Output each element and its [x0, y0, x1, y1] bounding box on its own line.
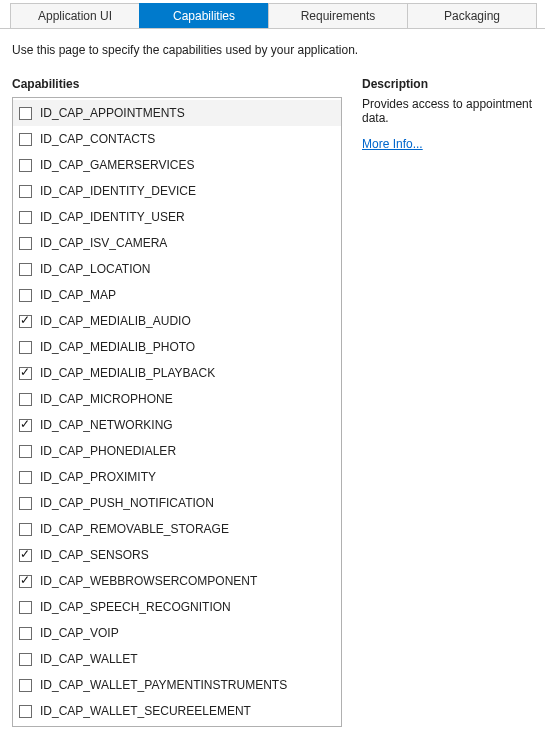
capability-row[interactable]: ID_CAP_WEBBROWSERCOMPONENT	[13, 568, 341, 594]
capability-checkbox[interactable]	[19, 575, 32, 588]
tab-application-ui[interactable]: Application UI	[10, 3, 140, 28]
capability-label: ID_CAP_CONTACTS	[40, 132, 155, 146]
capability-label: ID_CAP_SPEECH_RECOGNITION	[40, 600, 231, 614]
capability-checkbox[interactable]	[19, 653, 32, 666]
intro-text: Use this page to specify the capabilitie…	[12, 43, 533, 57]
description-title: Description	[362, 77, 533, 91]
capability-checkbox[interactable]	[19, 601, 32, 614]
capability-checkbox[interactable]	[19, 679, 32, 692]
more-info-link[interactable]: More Info...	[362, 137, 423, 151]
capability-checkbox[interactable]	[19, 497, 32, 510]
capability-checkbox[interactable]	[19, 133, 32, 146]
capability-label: ID_CAP_PHONEDIALER	[40, 444, 176, 458]
capability-row[interactable]: ID_CAP_PUSH_NOTIFICATION	[13, 490, 341, 516]
tab-capabilities[interactable]: Capabilities	[139, 3, 269, 28]
capability-row[interactable]: ID_CAP_APPOINTMENTS	[13, 100, 341, 126]
capability-label: ID_CAP_VOIP	[40, 626, 119, 640]
capability-label: ID_CAP_GAMERSERVICES	[40, 158, 195, 172]
capability-row[interactable]: ID_CAP_LOCATION	[13, 256, 341, 282]
description-column: Description Provides access to appointme…	[362, 77, 533, 727]
capability-row[interactable]: ID_CAP_SENSORS	[13, 542, 341, 568]
description-text: Provides access to appointment data.	[362, 97, 533, 125]
capability-checkbox[interactable]	[19, 211, 32, 224]
capability-label: ID_CAP_PUSH_NOTIFICATION	[40, 496, 214, 510]
capability-label: ID_CAP_MEDIALIB_AUDIO	[40, 314, 191, 328]
capability-label: ID_CAP_ISV_CAMERA	[40, 236, 167, 250]
capability-checkbox[interactable]	[19, 471, 32, 484]
capabilities-listbox[interactable]: ID_CAP_APPOINTMENTSID_CAP_CONTACTSID_CAP…	[12, 97, 342, 727]
columns: Capabilities ID_CAP_APPOINTMENTSID_CAP_C…	[12, 77, 533, 727]
capability-row[interactable]: ID_CAP_WALLET_SECUREELEMENT	[13, 698, 341, 724]
capability-row[interactable]: ID_CAP_PHONEDIALER	[13, 438, 341, 464]
capabilities-column: Capabilities ID_CAP_APPOINTMENTSID_CAP_C…	[12, 77, 342, 727]
capability-label: ID_CAP_PROXIMITY	[40, 470, 156, 484]
tab-strip: Application UICapabilitiesRequirementsPa…	[0, 3, 545, 29]
capability-row[interactable]: ID_CAP_PROXIMITY	[13, 464, 341, 490]
capability-row[interactable]: ID_CAP_GAMERSERVICES	[13, 152, 341, 178]
capability-checkbox[interactable]	[19, 627, 32, 640]
capability-label: ID_CAP_LOCATION	[40, 262, 150, 276]
capability-checkbox[interactable]	[19, 705, 32, 718]
tab-requirements[interactable]: Requirements	[268, 3, 408, 28]
capability-checkbox[interactable]	[19, 159, 32, 172]
capability-checkbox[interactable]	[19, 237, 32, 250]
capability-row[interactable]: ID_CAP_MEDIALIB_PHOTO	[13, 334, 341, 360]
capability-checkbox[interactable]	[19, 185, 32, 198]
capability-label: ID_CAP_WEBBROWSERCOMPONENT	[40, 574, 257, 588]
capability-label: ID_CAP_MEDIALIB_PLAYBACK	[40, 366, 215, 380]
capability-label: ID_CAP_MAP	[40, 288, 116, 302]
capability-row[interactable]: ID_CAP_IDENTITY_USER	[13, 204, 341, 230]
tab-packaging[interactable]: Packaging	[407, 3, 537, 28]
capability-checkbox[interactable]	[19, 549, 32, 562]
capability-row[interactable]: ID_CAP_MICROPHONE	[13, 386, 341, 412]
capability-checkbox[interactable]	[19, 445, 32, 458]
capability-checkbox[interactable]	[19, 393, 32, 406]
capability-label: ID_CAP_SENSORS	[40, 548, 149, 562]
capability-label: ID_CAP_WALLET_SECUREELEMENT	[40, 704, 251, 718]
capability-row[interactable]: ID_CAP_MEDIALIB_AUDIO	[13, 308, 341, 334]
capability-label: ID_CAP_NETWORKING	[40, 418, 173, 432]
capability-checkbox[interactable]	[19, 419, 32, 432]
capability-row[interactable]: ID_CAP_REMOVABLE_STORAGE	[13, 516, 341, 542]
capability-row[interactable]: ID_CAP_NETWORKING	[13, 412, 341, 438]
capability-row[interactable]: ID_CAP_VOIP	[13, 620, 341, 646]
capability-row[interactable]: ID_CAP_CONTACTS	[13, 126, 341, 152]
capability-row[interactable]: ID_CAP_MAP	[13, 282, 341, 308]
capability-label: ID_CAP_IDENTITY_DEVICE	[40, 184, 196, 198]
capability-label: ID_CAP_WALLET_PAYMENTINSTRUMENTS	[40, 678, 287, 692]
capability-checkbox[interactable]	[19, 367, 32, 380]
capability-label: ID_CAP_APPOINTMENTS	[40, 106, 185, 120]
capability-checkbox[interactable]	[19, 263, 32, 276]
capability-checkbox[interactable]	[19, 523, 32, 536]
capability-label: ID_CAP_WALLET	[40, 652, 138, 666]
content-area: Use this page to specify the capabilitie…	[0, 29, 545, 727]
capability-row[interactable]: ID_CAP_MEDIALIB_PLAYBACK	[13, 360, 341, 386]
capability-checkbox[interactable]	[19, 341, 32, 354]
capabilities-title: Capabilities	[12, 77, 342, 91]
capability-checkbox[interactable]	[19, 289, 32, 302]
capability-checkbox[interactable]	[19, 107, 32, 120]
capability-checkbox[interactable]	[19, 315, 32, 328]
capability-row[interactable]: ID_CAP_SPEECH_RECOGNITION	[13, 594, 341, 620]
capability-row[interactable]: ID_CAP_WALLET_PAYMENTINSTRUMENTS	[13, 672, 341, 698]
capability-label: ID_CAP_REMOVABLE_STORAGE	[40, 522, 229, 536]
capability-row[interactable]: ID_CAP_WALLET	[13, 646, 341, 672]
capability-label: ID_CAP_IDENTITY_USER	[40, 210, 185, 224]
capability-label: ID_CAP_MEDIALIB_PHOTO	[40, 340, 195, 354]
capability-row[interactable]: ID_CAP_IDENTITY_DEVICE	[13, 178, 341, 204]
capability-label: ID_CAP_MICROPHONE	[40, 392, 173, 406]
capability-row[interactable]: ID_CAP_ISV_CAMERA	[13, 230, 341, 256]
